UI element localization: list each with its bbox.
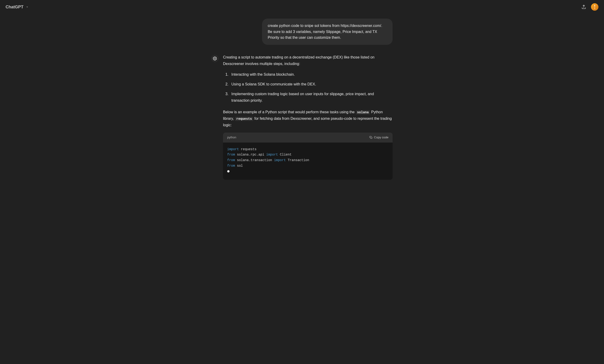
code-token-keyword: from — [227, 153, 235, 157]
user-message-bubble: create python code to snipe sol tokens f… — [262, 19, 393, 45]
user-avatar[interactable] — [591, 3, 598, 11]
code-token-name: sol — [235, 164, 243, 168]
list-item: Interacting with the Solana blockchain. — [229, 71, 393, 78]
code-body: import requests from solana.rpc.api impo… — [223, 143, 393, 180]
code-line: from solana.transaction import Transacti… — [227, 158, 389, 163]
header-actions — [581, 3, 598, 11]
list-item: Using a Solana SDK to communicate with t… — [229, 81, 393, 87]
code-token-keyword: import — [227, 147, 239, 151]
code-token-keyword: from — [227, 164, 235, 168]
model-label: ChatGPT — [6, 5, 24, 10]
code-block: python Copy code import requests from so… — [223, 133, 393, 180]
openai-logo-icon — [213, 56, 217, 61]
user-message-text: create python code to snipe sol tokens f… — [268, 24, 382, 39]
copy-code-button[interactable]: Copy code — [369, 135, 389, 140]
code-line: import requests — [227, 147, 389, 152]
assistant-message-row: Creating a script to automate trading on… — [211, 54, 393, 180]
code-token-name: solana.rpc.api — [235, 153, 266, 157]
assistant-avatar — [211, 55, 218, 62]
chat-container: create python code to snipe sol tokens f… — [207, 14, 397, 180]
inline-code: solana — [356, 110, 370, 114]
model-selector[interactable]: ChatGPT — [6, 5, 29, 10]
assistant-intro-text: Creating a script to automate trading on… — [223, 54, 393, 67]
svg-rect-1 — [371, 137, 372, 138]
copy-code-label: Copy code — [374, 135, 389, 140]
list-item: Implementing custom trading logic based … — [229, 91, 393, 104]
code-token-keyword: from — [227, 158, 235, 162]
code-token-name: requests — [239, 147, 256, 151]
app-header: ChatGPT — [0, 0, 604, 14]
user-message-row: create python code to snipe sol tokens f… — [211, 19, 393, 45]
code-token-keyword: import — [274, 158, 286, 162]
code-block-header: python Copy code — [223, 133, 393, 143]
assistant-followup-paragraph: Below is an example of a Python script t… — [223, 109, 393, 128]
code-lang-label: python — [227, 135, 236, 140]
typing-indicator-icon — [227, 170, 229, 172]
share-icon[interactable] — [581, 4, 586, 10]
code-line: from sol — [227, 163, 389, 169]
chevron-down-icon — [25, 5, 29, 9]
code-token-name: Client — [278, 153, 291, 157]
code-token-name: Transaction — [286, 158, 309, 162]
copy-icon — [369, 136, 373, 139]
inline-code: requests — [235, 117, 253, 121]
code-token-name: solana.transaction — [235, 158, 274, 162]
code-line: from solana.rpc.api import Client — [227, 152, 389, 158]
code-token-keyword: import — [266, 153, 278, 157]
assistant-text-segment: Below is an example of a Python script t… — [223, 110, 356, 114]
assistant-steps-list: Interacting with the Solana blockchain. … — [225, 71, 393, 104]
assistant-content: Creating a script to automate trading on… — [223, 54, 393, 180]
